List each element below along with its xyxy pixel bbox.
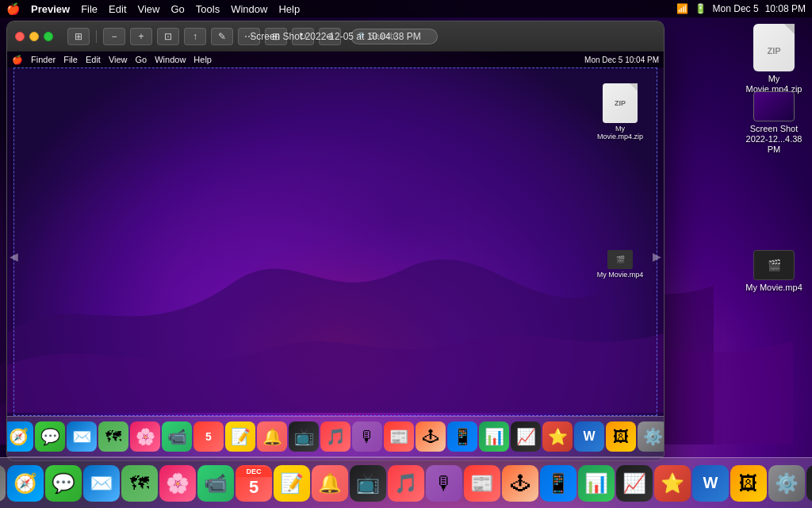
inner-dock-photos2[interactable]: 🖼	[606, 421, 636, 452]
inner-dock-mail[interactable]: ✉️	[67, 421, 97, 452]
left-arrow[interactable]: ◀	[10, 250, 18, 263]
zoom-in-button[interactable]: +	[130, 28, 152, 45]
dock-word[interactable]: W	[692, 465, 729, 502]
dock-appstore[interactable]: 📱	[540, 465, 576, 502]
inner-dock-word[interactable]: W	[574, 421, 604, 452]
dock-music[interactable]: 🎵	[388, 465, 424, 502]
dock-messages[interactable]: 💬	[45, 465, 82, 502]
menubar-left: 🍎 Preview File Edit View Go Tools Window…	[6, 2, 300, 15]
minimize-button[interactable]	[29, 32, 39, 41]
datetime: Mon Dec 5	[713, 3, 759, 14]
dock-notes[interactable]: 📝	[274, 465, 310, 502]
time: 10:08 PM	[765, 3, 806, 14]
outer-screenshot-label: Screen Shot 2022-12...4.38 PM	[742, 124, 806, 156]
menubar-help[interactable]: Help	[278, 3, 300, 15]
inner-dock-stocks[interactable]: 📈	[511, 421, 541, 452]
inner-edit: Edit	[86, 55, 101, 65]
menubar-go[interactable]: Go	[170, 3, 184, 15]
dock-launchpad[interactable]: 🚀	[0, 465, 6, 502]
inner-dock-safari[interactable]: 🧭	[7, 421, 33, 452]
inner-dock: 🔵 🚀 🧭 💬 ✉️ 🗺 🌸 📹 5 📝 🔔 📺 🎵 🎙 📰 🕹 📱	[7, 416, 664, 457]
inner-dock-news[interactable]: 📰	[384, 421, 414, 452]
inner-movie-file-icon: 🎬	[607, 250, 633, 269]
outer-movie-file: 🎬	[753, 250, 795, 280]
outer-screenshot-icon[interactable]: Screen Shot 2022-12...4.38 PM	[742, 91, 806, 156]
preview-window: ⊞ − + ⊡ ↑ ✎ ⋯ ⊞ ↻ ⊕ Screen Shot 2022-12-…	[6, 21, 665, 461]
inner-dock-messages[interactable]: 💬	[35, 421, 65, 452]
inner-movie-icon[interactable]: 🎬 My Movie.mp4	[592, 250, 648, 279]
dock-stocks[interactable]: 📈	[616, 465, 653, 502]
outer-zip-file: ZIP	[753, 24, 795, 71]
dock-podcasts[interactable]: 🎙	[426, 465, 462, 502]
title-text: Screen Shot 2022-12-05 at 10.04.38 PM	[250, 31, 420, 42]
inner-file: File	[63, 55, 78, 65]
inner-dock-reeder[interactable]: ⭐	[542, 421, 573, 452]
outer-zip-icon[interactable]: ZIP My Movie.mp4.zip	[742, 24, 806, 94]
inner-zip-file-icon: ZIP	[603, 83, 638, 123]
maximize-button[interactable]	[44, 32, 53, 41]
menubar-file[interactable]: File	[81, 3, 98, 15]
inner-dock-calendar[interactable]: 5	[193, 421, 224, 452]
menubar-tools[interactable]: Tools	[196, 3, 220, 15]
right-arrow[interactable]: ▶	[653, 250, 661, 263]
outer-movie-icon[interactable]: 🎬 My Movie.mp4	[742, 250, 806, 293]
dock-mail[interactable]: ✉️	[83, 465, 120, 502]
menubar-app-name[interactable]: Preview	[31, 3, 70, 15]
inner-dock-numbers[interactable]: 📊	[479, 421, 509, 452]
main-dock: 😊 🚀 🧭 💬 ✉️ 🗺 🌸 📹 DEC 5 📝 🔔 📺 🎵 🎙 📰 🕹 📱 📊…	[0, 457, 812, 508]
dock-maps[interactable]: 🗺	[121, 465, 158, 502]
inner-zip-icon[interactable]: ZIP My Movie.mp4.zip	[592, 83, 648, 140]
close-button[interactable]	[15, 32, 25, 41]
dock-reeder[interactable]: ⭐	[654, 465, 691, 502]
inner-dock-arcade[interactable]: 🕹	[416, 421, 446, 452]
menubar-view[interactable]: View	[138, 3, 160, 15]
inner-help: Help	[193, 55, 212, 65]
fit-button[interactable]: ⊡	[157, 28, 179, 45]
dock-arcade[interactable]: 🕹	[502, 465, 538, 502]
dock-photos[interactable]: 🌸	[159, 465, 196, 502]
inner-time: Mon Dec 5 10:04 PM	[584, 56, 659, 64]
zoom-out-button[interactable]: −	[103, 28, 125, 45]
inner-dock-music[interactable]: 🎵	[320, 421, 350, 452]
dock-safari[interactable]: 🧭	[7, 465, 44, 502]
battery-icon: 🔋	[695, 3, 707, 14]
window-title: Screen Shot 2022-12-05 at 10.04.38 PM	[250, 31, 420, 42]
preview-toolbar: ⊞ − + ⊡ ↑ ✎ ⋯ ⊞ ↻ ⊕ Screen Shot 2022-12-…	[63, 28, 656, 45]
inner-dock-reminders[interactable]: 🔔	[257, 421, 287, 452]
dock-terminal[interactable]: ▶	[806, 465, 812, 502]
inner-dock-facetime[interactable]: 📹	[162, 421, 192, 452]
inner-zip-label: My Movie.mp4.zip	[592, 125, 648, 140]
inner-dock-system[interactable]: ⚙️	[638, 421, 664, 452]
inner-menubar: 🍎 Finder File Edit View Go Window Help M…	[7, 52, 664, 67]
sidebar-toggle-button[interactable]: ⊞	[67, 28, 90, 45]
inner-dock-maps[interactable]: 🗺	[98, 421, 128, 452]
menubar: 🍎 Preview File Edit View Go Tools Window…	[0, 0, 812, 17]
inner-dock-tv[interactable]: 📺	[289, 421, 319, 452]
inner-desktop: 🍎 Finder File Edit View Go Window Help M…	[7, 52, 664, 460]
inner-dock-podcasts[interactable]: 🎙	[352, 421, 382, 452]
menubar-right: 📶 🔋 Mon Dec 5 10:08 PM	[676, 3, 806, 14]
dock-calendar[interactable]: DEC 5	[236, 465, 272, 502]
traffic-lights	[15, 32, 53, 41]
inner-dock-notes[interactable]: 📝	[225, 421, 255, 452]
inner-dock-appstore[interactable]: 📱	[447, 421, 477, 452]
apple-logo-icon[interactable]: 🍎	[6, 2, 20, 15]
dock-reminders[interactable]: 🔔	[312, 465, 348, 502]
menubar-window[interactable]: Window	[231, 3, 267, 15]
dock-system[interactable]: ⚙️	[768, 465, 805, 502]
share-button[interactable]: ↑	[184, 28, 206, 45]
outer-movie-label: My Movie.mp4	[745, 283, 802, 293]
dock-numbers[interactable]: 📊	[578, 465, 615, 502]
inner-apple-icon: 🍎	[12, 55, 23, 65]
menubar-edit[interactable]: Edit	[109, 3, 126, 15]
dock-tv[interactable]: 📺	[350, 465, 386, 502]
inner-finder: Finder	[31, 55, 56, 65]
inner-dock-photos[interactable]: 🌸	[130, 421, 160, 452]
dock-facetime[interactable]: 📹	[197, 465, 234, 502]
inner-go: Go	[136, 55, 147, 65]
dock-photos2[interactable]: 🖼	[730, 465, 767, 502]
dock-news[interactable]: 📰	[464, 465, 500, 502]
markup-button[interactable]: ✎	[211, 28, 233, 45]
wifi-icon: 📶	[676, 3, 688, 14]
inner-movie-label: My Movie.mp4	[597, 271, 644, 279]
